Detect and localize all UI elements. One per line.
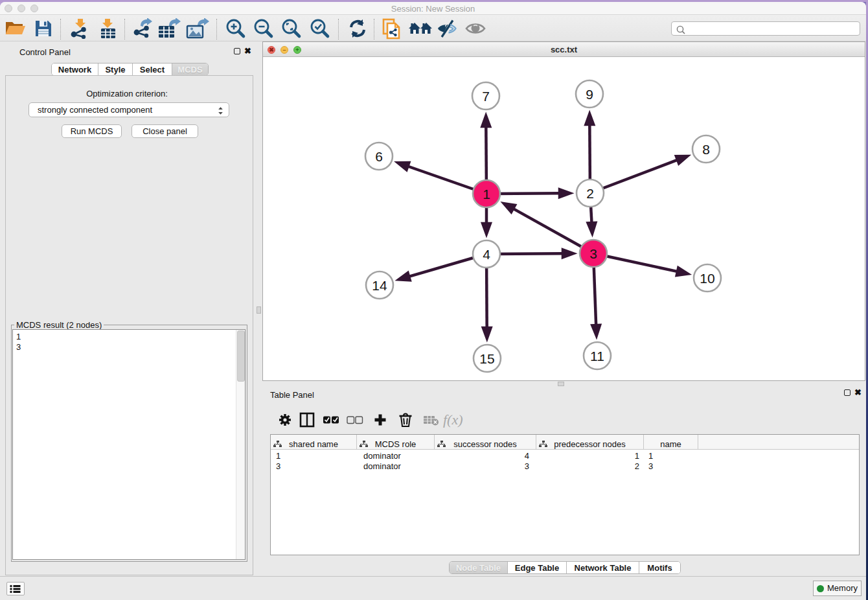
svg-text:10: 10 (700, 271, 714, 286)
svg-text:4: 4 (483, 247, 490, 262)
svg-text:3: 3 (589, 246, 597, 261)
svg-text:2: 2 (586, 186, 594, 201)
svg-text:7: 7 (482, 89, 490, 104)
svg-text:8: 8 (702, 142, 710, 157)
svg-text:f(x): f(x) (443, 411, 463, 428)
svg-text:1: 1 (483, 187, 490, 202)
svg-text:14: 14 (372, 278, 387, 293)
svg-text:11: 11 (590, 349, 604, 363)
svg-text:15: 15 (479, 351, 494, 366)
svg-text:9: 9 (586, 87, 593, 102)
svg-text:6: 6 (375, 149, 383, 164)
